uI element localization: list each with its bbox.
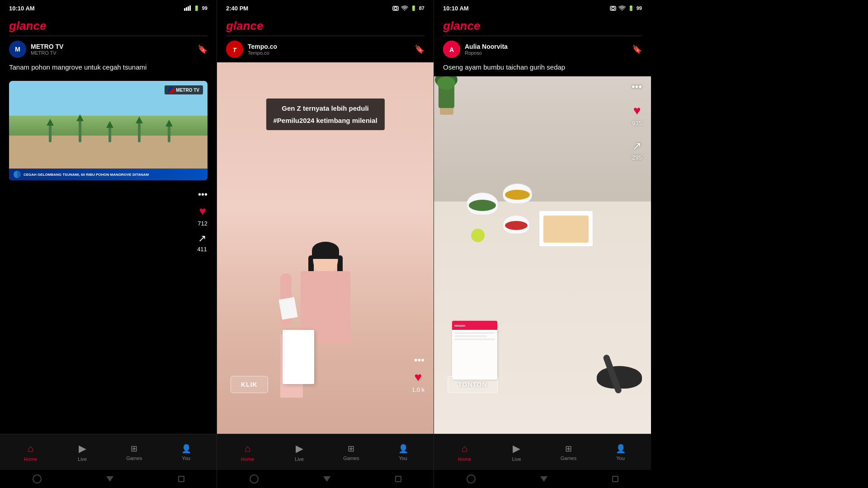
nav-you-label-3: You [616,455,625,461]
nav-games-2[interactable]: ⊞ Games [326,444,377,461]
bottom-nav-1: ⌂ Home ▶ Live ⊞ Games 👤 You [0,434,217,470]
nav-live-3[interactable]: ▶ Live [491,443,542,462]
android-circle-1[interactable] [33,474,42,483]
nav-home-2[interactable]: ⌂ Home [222,443,274,462]
bookmark-icon-2[interactable]: 🔖 [415,44,425,54]
more-dots-1[interactable]: ••• [198,189,208,200]
source-info-1: M METRO TV METRO TV [9,41,63,58]
nav-live-label-2: Live [295,456,304,462]
source-avatar-1: M [9,41,26,58]
nav-you-1[interactable]: 👤 You [160,444,212,461]
like-count-1: 712 [198,220,208,227]
action-group-3: ♥ 935 [632,103,642,127]
heart-icon-2[interactable]: ♥ [415,370,422,385]
android-nav-1 [0,470,217,488]
paper-prop [278,297,297,319]
nav-games-1[interactable]: ⊞ Games [108,444,160,461]
nav-live-label-1: Live [78,456,87,462]
android-square-2[interactable] [395,476,401,482]
share-count-1: 411 [197,246,207,253]
heart-icon-3[interactable]: ♥ [633,103,641,118]
recipe-card-header: neozen [452,321,497,330]
live-icon-2: ▶ [296,443,303,455]
presenter-figure [280,239,371,398]
android-back-2[interactable] [323,476,330,482]
live-icon-3: ▶ [513,443,520,455]
source-avatar-2: T [226,41,243,58]
mangrove-scene: METRO TV CEGAH GELOMBANG TSUNAMI, 60 RIB… [9,81,208,180]
battery-pct-1: 99 [202,5,208,11]
android-circle-btn-1[interactable] [106,476,113,482]
glance-logo-3: glance [434,14,651,36]
nav-you-3[interactable]: 👤 You [594,444,646,461]
source-text-1: METRO TV METRO TV [31,43,63,56]
time-1: 10:10 AM [9,5,35,12]
nav-you-label-1: You [182,455,190,461]
share-icon-1[interactable]: ↗ [197,233,208,244]
news-banner-text-1: CEGAH GELOMBANG TSUNAMI, 60 RIBU POHON M… [24,173,149,177]
share-group-3: ↗ 295 [632,140,642,161]
nav-games-3[interactable]: ⊞ Games [542,444,594,461]
source-header-3: A Aulia Noorvita Roposo 🔖 [434,36,651,62]
battery-indicator-2: 🔋 [410,5,417,11]
nav-games-label-2: Games [343,455,359,461]
android-nav-3 [434,470,651,488]
android-square-3[interactable] [612,476,618,482]
klik-button[interactable]: KLIK [231,376,268,393]
news-image-1: METRO TV CEGAH GELOMBANG TSUNAMI, 60 RIB… [9,81,208,180]
more-dots-2[interactable]: ••• [414,354,425,366]
bowl-3 [503,215,530,234]
phone-1: 10:10 AM 🔋 99 glance M METRO TV METRO TV [0,0,217,488]
news-banner-1: CEGAH GELOMBANG TSUNAMI, 60 RIBU POHON M… [9,169,208,180]
svg-rect-1 [186,7,187,11]
source-name-2: Tempo.co [248,43,277,50]
like-count-3: 935 [632,120,642,127]
status-icons-1: 🔋 99 [184,5,208,11]
bookmark-icon-1[interactable]: 🔖 [198,44,208,54]
plant-pot [439,81,454,115]
android-square-1[interactable] [178,476,184,482]
nav-you-2[interactable]: 👤 You [377,444,429,461]
article-title-3: Oseng ayam bumbu taichan gurih sedap [434,62,651,76]
more-dots-3[interactable]: ••• [632,81,642,93]
heart-icon-1[interactable]: ♥ [199,204,206,218]
games-icon-3: ⊞ [565,444,572,454]
you-icon-1: 👤 [181,444,191,454]
tonton-button[interactable]: TONTON [448,376,498,393]
phone-3: 10:10 AM 🔋 99 glance A Aul [434,0,651,488]
battery-pct-2: 87 [419,5,425,11]
nav-home-label-1: Home [24,456,37,462]
tree-5 [168,125,170,142]
android-circle-3[interactable] [467,474,476,483]
overlay-text-2: Gen Z ternyata lebih peduli #Pemilu2024 … [266,99,384,130]
live-icon-1: ▶ [79,443,86,455]
nav-home-3[interactable]: ⌂ Home [439,443,491,462]
white-box-prop [283,330,314,384]
home-icon-2: ⌂ [245,443,250,455]
signal-icon-1 [184,5,191,11]
time-2: 2:40 PM [226,5,248,12]
nav-live-label-3: Live [512,456,521,462]
like-group-2: ♥ 1.0 k [412,370,425,393]
recipe-card: neozen [452,321,497,380]
android-circle-2[interactable] [250,474,259,483]
wifi-icon-3 [618,5,626,11]
source-info-3: A Aulia Noorvita Roposo [443,41,508,58]
svg-rect-2 [188,6,189,11]
source-avatar-3: A [443,41,460,58]
nav-live-1[interactable]: ▶ Live [57,443,108,462]
nav-home-1[interactable]: ⌂ Home [5,443,57,462]
metro-tv-logo: METRO TV [165,85,203,94]
android-back-3[interactable] [540,476,547,482]
source-sub-1: METRO TV [31,50,63,56]
article-title-1: Tanam pohon mangrove untuk cegah tsunami [0,62,217,76]
nav-live-2[interactable]: ▶ Live [274,443,326,462]
svg-text:A: A [449,46,454,53]
phone-2-content: Gen Z ternyata lebih peduli #Pemilu2024 … [217,62,434,434]
phone-2: 2:40 PM 🔋 87 glance T Temp [217,0,434,488]
wok [597,366,642,389]
share-icon-3[interactable]: ↗ [632,140,642,152]
source-header-1: M METRO TV METRO TV 🔖 [0,36,217,62]
bookmark-icon-3[interactable]: 🔖 [632,44,642,54]
svg-point-11 [612,7,614,10]
